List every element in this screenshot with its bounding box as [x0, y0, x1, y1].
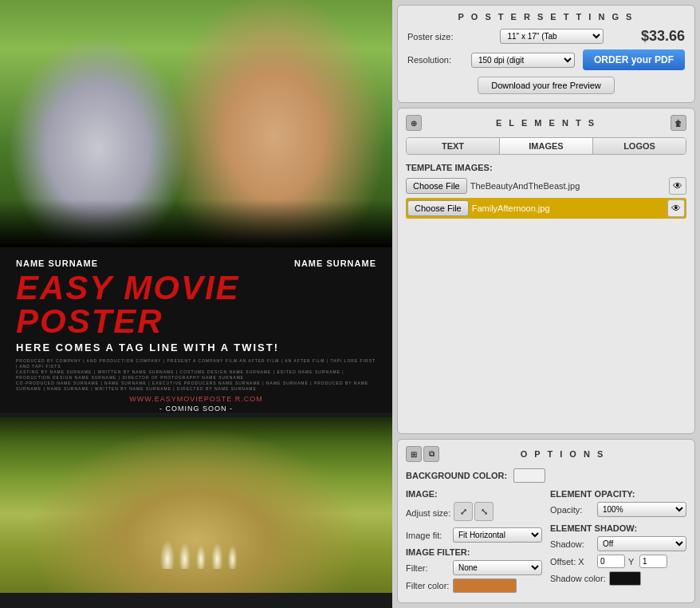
filter-color-swatch[interactable]	[453, 578, 517, 593]
template-images-label: TEMPLATE IMAGES:	[406, 163, 686, 172]
offset-y-label: Y	[628, 557, 636, 567]
bg-color-label: BACKGROUND COLOR:	[406, 471, 507, 480]
filter-color-row: Filter color:	[406, 578, 542, 593]
poster-website: WWW.EASYMOVIEPOSTE R.COM	[16, 395, 376, 403]
tab-text[interactable]: TEXT	[407, 138, 500, 154]
image-fit-label: Image fit:	[406, 531, 450, 540]
shadow-select[interactable]: Off	[597, 536, 686, 551]
poster-name-right: NAME SURNAME	[294, 259, 376, 268]
image-section-title: IMAGE:	[406, 489, 542, 499]
offset-x-label: Offset: X	[550, 557, 594, 567]
elements-add-icon[interactable]: ⊕	[406, 115, 422, 131]
shrink-icon[interactable]: ⤢	[454, 502, 473, 521]
image-row-2: Choose File FamilyAfternoon.jpg 👁	[406, 198, 686, 219]
eye-button-1[interactable]: 👁	[669, 177, 686, 195]
order-pdf-button[interactable]: ORDER your PDF	[583, 49, 685, 70]
elements-title: E L E M E N T S	[422, 118, 671, 128]
tab-images[interactable]: IMAGES	[500, 138, 593, 154]
elements-header: ⊕ E L E M E N T S 🗑	[406, 115, 686, 131]
options-panel: ⊞ ⧉ O P T I O N S BACKGROUND COLOR: IMAG…	[397, 439, 695, 603]
shadow-row: Shadow: Off	[550, 536, 686, 551]
settings-row1: Poster size: 11" x 17" (Tab $33.66	[407, 28, 685, 45]
image-fit-row: Image fit: Fit Horizontal	[406, 527, 542, 543]
shadow-color-swatch[interactable]	[609, 571, 641, 586]
shadow-color-label: Shadow color:	[550, 574, 606, 583]
shadow-color-row: Shadow color:	[550, 571, 686, 586]
poster-text-area: NAME SURNAME NAME SURNAME EASY MOVIE POS…	[0, 247, 392, 413]
eye-button-2[interactable]: 👁	[667, 199, 685, 217]
elements-panel: ⊕ E L E M E N T S 🗑 TEXT IMAGES LOGOS TE…	[397, 108, 695, 434]
element-opacity-title: ELEMENT OPACITY:	[550, 489, 686, 499]
image-fit-select[interactable]: Fit Horizontal	[453, 527, 542, 543]
shadow-offset-row: Offset: X Y	[550, 555, 686, 568]
download-preview-button[interactable]: Download your free Preview	[478, 77, 615, 94]
poster-coming-soon: - COMING SOON -	[16, 405, 376, 413]
filter-label: Filter:	[406, 563, 450, 573]
filename-2: FamilyAfternoon.jpg	[472, 203, 664, 213]
bg-color-row: BACKGROUND COLOR:	[406, 468, 686, 483]
expand-icon[interactable]: ⤡	[474, 502, 494, 521]
filter-row: Filter: None	[406, 560, 542, 575]
settings-title: P O S T E R S E T T I N G S	[407, 12, 685, 22]
choose-file-button-1[interactable]: Choose File	[406, 178, 467, 194]
poster-preview: NAME SURNAME NAME SURNAME EASY MOVIE POS…	[0, 0, 392, 608]
poster-size-select[interactable]: 11" x 17" (Tab	[500, 29, 604, 44]
adjust-size-row: Adjust size: ⤢ ⤡	[406, 502, 542, 524]
image-filter-title: IMAGE FILTER:	[406, 547, 542, 557]
poster-top-image	[0, 0, 392, 247]
poster-bottom-image	[0, 417, 392, 593]
poster-credits: PRODUCED BY COMPANY | AND PRODUCTION COM…	[16, 358, 376, 392]
price-label: $33.66	[641, 28, 685, 45]
opacity-select[interactable]: 100%	[597, 502, 686, 517]
poster-name-left: NAME SURNAME	[16, 259, 98, 268]
options-right: ELEMENT OPACITY: Opacity: 100% ELEMENT S…	[550, 489, 686, 596]
resolution-select[interactable]: 150 dpi (digit	[471, 53, 575, 68]
options-left: IMAGE: Adjust size: ⤢ ⤡ Image fit: Fit H…	[406, 489, 542, 596]
poster-tagline: HERE COMES A TAG LINE WITH A TWIST!	[16, 342, 376, 353]
options-title: O P T I O N S	[439, 449, 686, 459]
filter-color-label: Filter color:	[406, 581, 450, 590]
options-body: IMAGE: Adjust size: ⤢ ⤡ Image fit: Fit H…	[406, 489, 686, 596]
choose-file-button-2[interactable]: Choose File	[407, 200, 469, 216]
elements-tabs: TEXT IMAGES LOGOS	[406, 137, 686, 155]
filename-1: TheBeautyAndTheBeast.jpg	[470, 181, 666, 191]
elements-trash-icon[interactable]: 🗑	[671, 115, 686, 131]
poster-settings-panel: P O S T E R S E T T I N G S Poster size:…	[397, 5, 695, 103]
settings-row2: Resolution: 150 dpi (digit ORDER your PD…	[407, 49, 685, 70]
adjust-size-label: Adjust size:	[406, 508, 450, 518]
shadow-label: Shadow:	[550, 539, 594, 549]
adjust-icons: ⤢ ⤡	[454, 502, 494, 521]
options-icon-2[interactable]: ⧉	[423, 446, 439, 462]
poster-size-label: Poster size:	[407, 32, 463, 41]
resolution-label: Resolution:	[407, 55, 463, 65]
filter-select[interactable]: None	[453, 560, 542, 575]
opacity-row: Opacity: 100%	[550, 502, 686, 517]
opacity-label: Opacity:	[550, 505, 594, 515]
image-row-1: Choose File TheBeautyAndTheBeast.jpg 👁	[406, 177, 686, 195]
options-header: ⊞ ⧉ O P T I O N S	[406, 446, 686, 462]
tab-logos[interactable]: LOGOS	[593, 138, 686, 154]
poster-title: EASY MOVIE POSTER	[16, 271, 376, 338]
offset-y-input[interactable]	[639, 555, 667, 568]
bg-color-swatch[interactable]	[513, 468, 545, 483]
element-shadow-title: ELEMENT SHADOW:	[550, 523, 686, 533]
options-icons: ⊞ ⧉	[406, 446, 439, 462]
options-icon-1[interactable]: ⊞	[406, 446, 422, 462]
right-panel: P O S T E R S E T T I N G S Poster size:…	[392, 0, 700, 608]
offset-x-input[interactable]	[597, 555, 625, 568]
